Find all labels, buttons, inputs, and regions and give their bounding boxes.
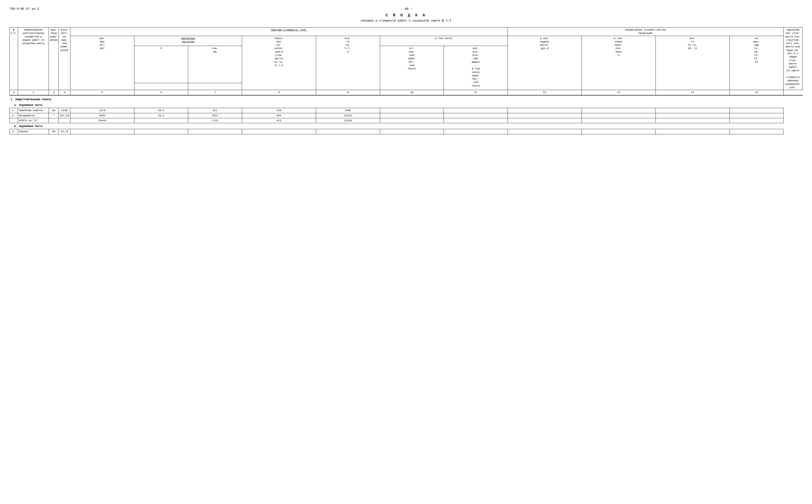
row-qty: II90	[59, 108, 70, 113]
row-qty: I87,93	[59, 113, 70, 118]
col-nakl-sum-sub	[188, 83, 242, 90]
col-norm-header: Нормативная условно-чистаяпродукция	[508, 27, 783, 36]
col-rn-8: 8	[242, 90, 316, 95]
table-row: I. Земляные работы м3 II90 I278 I6,5 2II…	[10, 108, 803, 113]
col-eksp-header: экс-плу-ата-циимашин—в томчислезара-бот-…	[444, 46, 508, 90]
row-vsego	[316, 129, 380, 134]
row-eksp	[444, 129, 508, 134]
main-table: №п.п. Наименованиеконструктивныхэлементо…	[9, 27, 803, 134]
row-norm-vsego	[656, 108, 730, 113]
col-rn-11: II	[444, 90, 508, 95]
section-header-row: I. ОБЩЕСТРОИТЕЛЬНЫЕ РАБОТЫ	[10, 95, 803, 102]
col-norm-nakl-header: в нак-ладныхрасхо-дах,%	[508, 36, 582, 90]
subsection-label: А. ПОДЗЕМНАЯ ЧАСТЬ	[10, 102, 784, 108]
subsection-header-row: Б. НАДЗЕМНАЯ ЧАСТЬ	[10, 123, 803, 129]
col-nakl-pct-sub	[134, 83, 188, 90]
itogo-pryam: I0443	[70, 118, 134, 123]
col-rn-1: I	[10, 90, 18, 95]
itogo-nov	[380, 118, 444, 123]
doc-title: С В О Д К А	[9, 13, 803, 18]
row-norm-vsego	[656, 129, 730, 134]
row-nov	[380, 108, 444, 113]
col-vtom-header: в том числе	[380, 36, 508, 46]
row-udel	[730, 129, 783, 134]
header-row-2: пря-мыхзат-рат накладныхрасходов плано-в…	[10, 36, 803, 46]
col-num-header: №п.п.	[10, 27, 18, 90]
itogo-norm-nakl	[508, 118, 582, 123]
table-row: 2. Фундаменты " I87,93 9I65 I6,6 I5I2 85…	[10, 113, 803, 118]
row-nakl-pct: I6,5	[134, 108, 188, 113]
row-nakl-sum: I5I2	[188, 113, 242, 118]
itogo-nakl-pct	[134, 118, 188, 123]
col-vsego-header: все-гогр.5,7,8	[316, 36, 380, 90]
col-pryam-header: пря-мыхзат-рат	[70, 36, 134, 90]
section-label: I. ОБЩЕСТРОИТЕЛЬНЫЕ РАБОТЫ	[10, 95, 784, 102]
col-rn-10: IO	[380, 90, 444, 95]
document-header: 709-9-80.87 ал.5 - 46 -	[9, 7, 803, 11]
row-num: I.	[10, 108, 18, 113]
row-name: Земляные работы	[18, 108, 49, 113]
row-eksp	[444, 108, 508, 113]
row-unit: "	[49, 113, 59, 118]
header-row-1: №п.п. Наименованиеконструктивныхэлементо…	[10, 27, 803, 36]
row-num: 3.	[10, 129, 18, 134]
col-rn-6: 6	[134, 90, 188, 95]
itogo-vsego: I3I39	[316, 118, 380, 123]
col-rn-12: I2	[508, 90, 582, 95]
col-qty-header: Коли-чест-воеди-ницизме-рения	[59, 27, 70, 90]
col-rn-7: 7	[188, 90, 242, 95]
row-norm-nakl	[508, 129, 582, 134]
row-norm-nakl	[508, 113, 582, 118]
row-unit: м3	[49, 108, 59, 113]
row-name: Фундаменты	[18, 113, 49, 118]
col-norm-nakop-header: в пла-новыхнако-пле-ниях%	[582, 36, 656, 90]
col-name-header: Наименованиеконструктивныхэлементов ивид…	[18, 27, 49, 90]
col-rn-5: 5	[70, 90, 134, 95]
row-pryam: I278	[70, 108, 134, 113]
row-nov	[380, 113, 444, 118]
row-nakl-sum	[188, 129, 242, 134]
row-vsego: II53I	[316, 113, 380, 118]
row-unit: м3	[49, 129, 59, 134]
col-rn-14: I4	[656, 90, 730, 95]
col-rn-9: 9	[316, 90, 380, 95]
header-row-nums: I 2 3 4 5 6 7 8 9 IO II I2 I3 I4 I5	[10, 90, 803, 95]
itogo-udel	[730, 118, 783, 123]
itogo-name: ИТОГО по "А"	[18, 118, 49, 123]
row-plano	[242, 129, 316, 134]
row-norm-nakop	[582, 113, 656, 118]
col-norm-vsego-header: все-гопо гр.10, II	[656, 36, 730, 90]
doc-reference: 709-9-80.87 ал.5	[9, 7, 39, 11]
col-plano-header: плано-выхна-копле-ний,%стои-мостипо гр.5…	[242, 36, 316, 90]
itogo-norm-nakop	[582, 118, 656, 123]
row-plano: 854	[242, 113, 316, 118]
col-nakl-header: накладныхрасходов	[134, 36, 242, 46]
col-smet-header: Сметная стоимость, руб.	[70, 27, 508, 36]
col-rn-15: I5	[730, 90, 783, 95]
subsection-label: Б. НАДЗЕМНАЯ ЧАСТЬ	[10, 123, 784, 129]
row-udel	[730, 113, 783, 118]
row-norm-nakop	[582, 129, 656, 134]
row-plano: II9	[242, 108, 316, 113]
row-nakl-pct	[134, 129, 188, 134]
row-nakl-pct: I6,6	[134, 113, 188, 118]
col-unit-header: Еди-ницаизме-рения	[49, 27, 59, 90]
row-name: Каркас	[18, 129, 49, 134]
row-nakl-sum: 2II	[188, 108, 242, 113]
row-num: 2.	[10, 113, 18, 118]
row-norm-nakop	[582, 108, 656, 113]
doc-subtitle: объемов и стоимости работ к локальной см…	[9, 19, 803, 23]
row-pryam: 9I65	[70, 113, 134, 118]
row-pryam	[70, 129, 134, 134]
itogo-num	[10, 118, 18, 123]
page-number: - 46 -	[39, 7, 774, 11]
col-nov-header: ос-нов-нойзара-бот-нойплаты	[380, 46, 444, 90]
itogo-unit	[49, 118, 59, 123]
itogo-eksp	[444, 118, 508, 123]
row-qty: 45,32	[59, 129, 70, 134]
row-vsego: I508	[316, 108, 380, 113]
row-udel	[730, 108, 783, 113]
row-nov	[380, 129, 444, 134]
col-rn-4: 4	[59, 90, 70, 95]
col-norm-dan-header: подан-нымгр.I0,II,I2,I3	[730, 36, 783, 90]
